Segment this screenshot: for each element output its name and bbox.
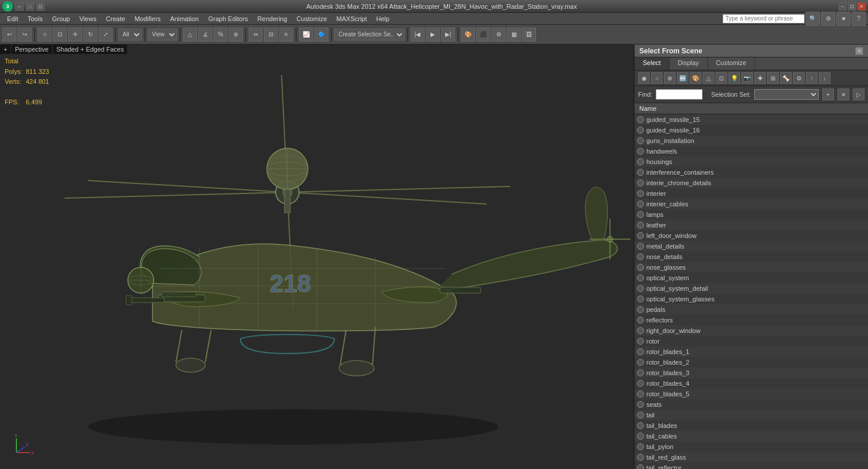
select-all-btn[interactable]: ◉ (638, 72, 650, 84)
menu-rendering[interactable]: Rendering (253, 14, 292, 23)
list-item[interactable]: optical_system_detail (635, 283, 868, 294)
sort-desc-btn[interactable]: ↓ (819, 72, 830, 84)
render-setup-btn[interactable]: ⚙ (491, 28, 506, 42)
redo-btn[interactable]: ↪ (18, 28, 32, 42)
viewport[interactable]: + Perspective Shaded + Edged Faces Total… (0, 45, 633, 469)
list-item[interactable]: tail_red_glass (635, 452, 868, 463)
filter-shapes-btn[interactable]: ⊡ (716, 72, 727, 84)
list-item[interactable]: seats (635, 399, 868, 410)
sel-by-name-btn[interactable]: 🔤 (677, 72, 689, 84)
invert-sel-btn[interactable]: ⊕ (664, 72, 676, 84)
percent-snap-btn[interactable]: % (213, 28, 228, 42)
options-btn[interactable]: ⚙ (793, 72, 805, 84)
prev-frame-btn[interactable]: |◀ (411, 28, 425, 42)
layer-btn[interactable]: ≡ (279, 28, 293, 42)
search-options-btn[interactable]: ⚙ (821, 12, 835, 26)
undo-btn[interactable]: ↩ (2, 28, 16, 42)
align-btn[interactable]: ⊟ (264, 28, 278, 42)
menu-create[interactable]: Create (101, 14, 130, 23)
material-editor-btn[interactable]: ⬛ (476, 28, 490, 42)
sort-asc-btn[interactable]: ↑ (806, 72, 818, 84)
rotate-btn[interactable]: ↻ (83, 28, 97, 42)
mirror-btn[interactable]: ⇔ (249, 28, 263, 42)
viewport-perspective-tag[interactable]: Perspective (11, 45, 52, 54)
restore-btn[interactable]: □ (26, 2, 34, 11)
menu-graph-editors[interactable]: Graph Editors (204, 14, 253, 23)
list-item[interactable]: leather (635, 220, 868, 230)
filter-bones-btn[interactable]: 🦴 (780, 72, 792, 84)
list-item[interactable]: guided_missile_16 (635, 125, 868, 135)
search-btn[interactable]: 🔍 (806, 12, 820, 26)
window-restore-btn[interactable]: ⊡ (848, 2, 856, 11)
object-list[interactable]: guided_missile_15guided_missile_16guns_i… (635, 114, 868, 469)
tab-customize[interactable]: Customize (708, 57, 755, 70)
move-btn[interactable]: ✛ (68, 28, 82, 42)
window-minimize-btn[interactable]: ─ (839, 2, 847, 11)
list-item[interactable]: tail_blades (635, 420, 868, 431)
list-item[interactable]: rotor_blades_3 (635, 368, 868, 378)
panel-close-btn[interactable]: ✕ (855, 47, 863, 55)
select-object-btn[interactable]: ⊹ (38, 28, 52, 42)
bookmark-btn[interactable]: ★ (836, 12, 850, 26)
list-item[interactable]: rotor (635, 336, 868, 346)
list-item[interactable]: tail (635, 410, 868, 420)
render-frame-btn[interactable]: ▦ (507, 28, 521, 42)
angle-snap-btn[interactable]: ∡ (198, 28, 212, 42)
list-item[interactable]: left_door_window (635, 230, 868, 241)
list-item[interactable]: rotor_blades_1 (635, 346, 868, 357)
list-item[interactable]: tail_cables (635, 431, 868, 441)
list-item[interactable]: rotor_blades_2 (635, 357, 868, 368)
del-sel-set-btn[interactable]: ✕ (838, 89, 849, 100)
scale-btn[interactable]: ⤢ (99, 28, 113, 42)
list-item[interactable]: handweels (635, 146, 868, 157)
window-close-btn[interactable]: ✕ (857, 2, 866, 11)
minimize-btn[interactable]: ─ (15, 2, 23, 11)
curve-editor-btn[interactable]: 📈 (299, 28, 313, 42)
find-input[interactable] (656, 89, 703, 100)
list-item[interactable]: metal_details (635, 241, 868, 252)
list-item[interactable]: guided_missile_15 (635, 114, 868, 125)
list-item[interactable]: interier (635, 188, 868, 199)
sel-by-color-btn[interactable]: 🎨 (690, 72, 701, 84)
list-item[interactable]: lamps (635, 209, 868, 220)
list-item[interactable]: guns_installation (635, 135, 868, 146)
play-btn[interactable]: ▶ (426, 28, 440, 42)
select-none-btn[interactable]: ○ (651, 72, 663, 84)
snap-toggle-btn[interactable]: △ (183, 28, 197, 42)
tab-display[interactable]: Display (670, 57, 708, 70)
select-region-btn[interactable]: ⊡ (53, 28, 67, 42)
create-selection-set[interactable]: Create Selection Se... (334, 29, 405, 40)
render-to-tex-btn[interactable]: 🖼 (522, 28, 536, 42)
spinner-snap-btn[interactable]: ⊛ (229, 28, 243, 42)
tab-select[interactable]: Select (635, 57, 670, 70)
filter-geometry-btn[interactable]: △ (703, 72, 714, 84)
menu-group[interactable]: Group (48, 14, 75, 23)
list-item[interactable]: nose_glasses (635, 262, 868, 273)
menu-modifiers[interactable]: Modifiers (130, 14, 165, 23)
menu-edit[interactable]: Edit (2, 14, 23, 23)
help-btn[interactable]: ? (852, 12, 866, 26)
maximize-btn[interactable]: ⊡ (36, 2, 45, 11)
list-item[interactable]: optical_system_glasses (635, 294, 868, 304)
list-item[interactable]: pedals (635, 304, 868, 315)
filter-helpers-btn[interactable]: ✚ (754, 72, 766, 84)
view-select[interactable]: View (148, 29, 177, 40)
viewport-plus-tag[interactable]: + (0, 45, 11, 54)
selection-set-dropdown[interactable] (754, 89, 819, 100)
list-item[interactable]: tail_pylon (635, 441, 868, 452)
menu-views[interactable]: Views (74, 14, 101, 23)
menu-help[interactable]: Help (372, 14, 395, 23)
list-item[interactable]: tail_reflector (635, 463, 868, 469)
new-sel-set-btn[interactable]: + (822, 89, 834, 100)
menu-maxscript[interactable]: MAXScript (332, 14, 372, 23)
filter-lights-btn[interactable]: 💡 (728, 72, 740, 84)
list-item[interactable]: rotor_blades_5 (635, 389, 868, 399)
menu-tools[interactable]: Tools (23, 14, 48, 23)
filter-select[interactable]: All (118, 29, 142, 40)
next-frame-btn[interactable]: ▶| (441, 28, 455, 42)
list-item[interactable]: interference_containers (635, 167, 868, 178)
list-item[interactable]: nose_details (635, 252, 868, 262)
list-item[interactable]: interie_chrome_details (635, 178, 868, 188)
schematic-btn[interactable]: 🔷 (314, 28, 328, 42)
list-item[interactable]: interier_cables (635, 199, 868, 209)
